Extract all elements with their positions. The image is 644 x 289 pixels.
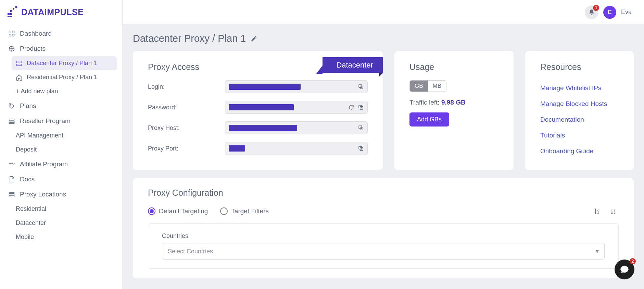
topbar: 1 E Eva [123, 0, 644, 25]
page-title: Datacenter Proxy / Plan 1 [133, 33, 246, 44]
copy-port-button[interactable] [358, 145, 364, 152]
sort-alpha-button[interactable]: AZ [592, 206, 602, 216]
usage-title: Usage [409, 62, 498, 72]
logo-icon [7, 6, 18, 18]
svg-rect-4 [10, 10, 12, 12]
file-icon [8, 176, 15, 183]
password-label: Password: [148, 104, 225, 111]
regenerate-password-button[interactable] [348, 104, 354, 110]
chat-button[interactable]: 2 [615, 260, 634, 279]
sort-az-icon: AZ [593, 207, 601, 215]
sidebar-item-add-plan[interactable]: + Add new plan [12, 84, 117, 98]
usage-card: Usage GB MB Traffic left: 9.98 GB Add GB… [394, 51, 514, 170]
sort-91-icon: 91 [610, 207, 617, 215]
sidebar-item-loc-datacenter[interactable]: Datacenter [12, 216, 117, 230]
sidebar-item-deposit[interactable]: Deposit [12, 143, 117, 157]
chat-badge: 2 [630, 258, 636, 264]
username-label: Eva [621, 9, 632, 16]
resources-card: Resources Manage Whitelist IPs Manage Bl… [525, 51, 634, 170]
unit-mb-button[interactable]: MB [428, 81, 446, 92]
sidebar-item-locations[interactable]: Proxy Locations [5, 187, 117, 202]
notification-badge: 1 [593, 5, 599, 11]
host-value-redacted [229, 125, 297, 131]
svg-rect-8 [12, 31, 14, 33]
svg-rect-3 [10, 16, 12, 17]
brand-logo[interactable]: DATAIMPULSE [5, 4, 117, 26]
resource-whitelist-link[interactable]: Manage Whitelist IPs [540, 80, 619, 96]
resource-blocked-link[interactable]: Manage Blocked Hosts [540, 96, 619, 112]
svg-rect-18 [9, 192, 14, 193]
proxy-access-card: Datacenter Proxy Access Login: Password: [133, 51, 383, 170]
sort-numeric-button[interactable]: 91 [608, 206, 619, 216]
target-filters-radio[interactable]: Target Filters [220, 207, 269, 215]
unit-toggle: GB MB [409, 80, 446, 92]
caret-down-icon: ▾ [596, 248, 599, 255]
svg-rect-12 [17, 61, 22, 63]
host-field [225, 121, 368, 134]
add-gbs-button[interactable]: Add GBs [409, 112, 449, 127]
sidebar-item-residential-plan[interactable]: Residential Proxy / Plan 1 [12, 70, 117, 84]
sidebar-item-api-management[interactable]: API Management [12, 129, 117, 143]
copy-password-button[interactable] [358, 104, 364, 110]
resources-title: Resources [540, 62, 619, 72]
resource-documentation-link[interactable]: Documentation [540, 112, 619, 128]
login-field [225, 80, 368, 93]
stack-icon [8, 191, 15, 198]
copy-login-button[interactable] [358, 84, 364, 90]
grid-icon [8, 30, 15, 37]
plan-type-ribbon: Datacenter [323, 57, 383, 73]
copy-host-button[interactable] [358, 125, 364, 131]
proxy-config-title: Proxy Configuration [148, 188, 619, 198]
port-value-redacted [229, 145, 245, 152]
svg-rect-5 [13, 8, 15, 10]
sidebar-item-loc-residential[interactable]: Residential [12, 202, 117, 216]
svg-rect-7 [9, 31, 11, 33]
sidebar-item-datacenter-plan[interactable]: Datacenter Proxy / Plan 1 [12, 56, 117, 70]
countries-placeholder: Select Countries [168, 248, 213, 255]
sidebar-item-reseller[interactable]: Reseller Program [5, 113, 117, 129]
svg-rect-15 [9, 119, 14, 120]
globe-icon [8, 45, 15, 52]
countries-label: Countries [162, 232, 605, 240]
user-avatar[interactable]: E [603, 6, 616, 19]
proxy-config-card: Proxy Configuration Default Targeting Ta… [133, 178, 634, 278]
countries-select[interactable]: Select Countries ▾ [162, 243, 605, 260]
notifications-button[interactable]: 1 [585, 5, 598, 19]
svg-text:Z: Z [597, 211, 599, 214]
svg-rect-2 [8, 16, 10, 17]
svg-point-14 [10, 104, 11, 105]
svg-rect-6 [15, 6, 17, 9]
radio-selected-icon [148, 207, 155, 215]
port-label: Proxy Port: [148, 145, 225, 152]
server-icon [16, 60, 23, 67]
brand-name: DATAIMPULSE [21, 7, 84, 17]
sidebar-item-docs[interactable]: Docs [5, 172, 117, 187]
sidebar-item-plans[interactable]: Plans [5, 98, 117, 113]
password-value-redacted [229, 104, 294, 110]
svg-rect-0 [8, 13, 10, 15]
radio-unselected-icon [220, 207, 228, 215]
svg-rect-13 [17, 64, 22, 65]
login-label: Login: [148, 83, 225, 91]
sidebar-item-dashboard[interactable]: Dashboard [5, 26, 117, 41]
port-field [225, 142, 368, 155]
svg-rect-20 [9, 196, 14, 197]
host-label: Proxy Host: [148, 124, 225, 132]
sidebar-item-loc-mobile[interactable]: Mobile [12, 230, 117, 244]
sidebar-item-affiliate[interactable]: Affiliate Program [5, 157, 117, 172]
unit-gb-button[interactable]: GB [410, 81, 428, 92]
svg-rect-17 [9, 122, 14, 123]
traffic-left: Traffic left: 9.98 GB [409, 99, 498, 106]
resource-onboarding-link[interactable]: Onboarding Guide [540, 143, 619, 159]
tag-icon [8, 103, 15, 109]
handshake-icon [8, 161, 15, 168]
sidebar-item-products[interactable]: Products [5, 41, 117, 56]
home-icon [16, 74, 23, 81]
svg-rect-16 [9, 121, 14, 122]
edit-title-button[interactable] [251, 35, 257, 42]
resource-tutorials-link[interactable]: Tutorials [540, 128, 619, 143]
svg-rect-1 [10, 13, 12, 15]
password-field [225, 101, 368, 114]
chat-icon [620, 265, 629, 274]
default-targeting-radio[interactable]: Default Targeting [148, 207, 208, 215]
